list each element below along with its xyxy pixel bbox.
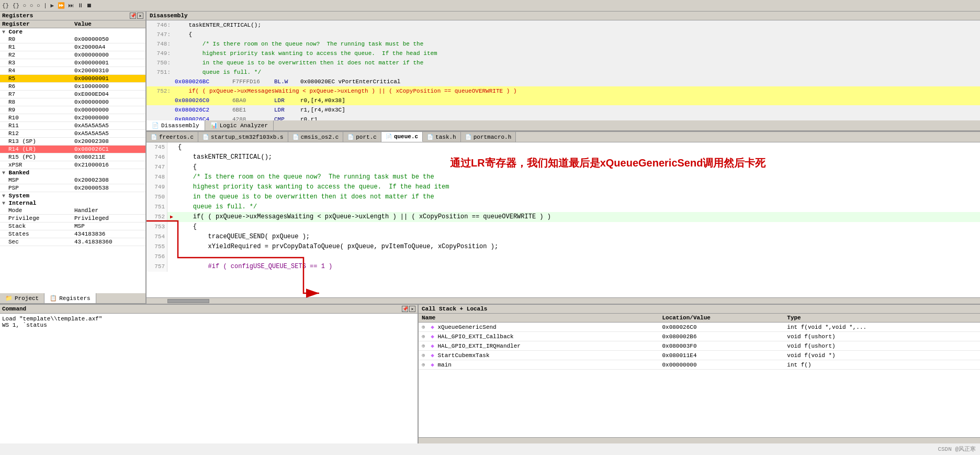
reg-value: 43.41838360 [72,238,145,246]
reg-group-banked[interactable]: ▼ Banked [0,169,145,177]
reg-row-r14-lr[interactable]: R14 (LR)0x080026C1 [0,146,145,153]
scrollbar-thumb[interactable] [167,299,209,303]
source-tab-startup_stm32f103xb-s[interactable]: 📄startup_stm32f103xb.s [198,132,288,142]
cmd-pin-icon[interactable]: 📌 [402,306,408,312]
reg-row-r1[interactable]: R10x20000A4 [0,43,145,51]
reg-row-r9[interactable]: R90x00000000 [0,106,145,114]
reg-group-core[interactable]: ▼ Core [0,28,145,36]
registers-tab-icon: 📋 [50,295,57,302]
reg-row-r3[interactable]: R30x00000001 [0,59,145,67]
reg-row-r4[interactable]: R40x20000310 [0,67,145,75]
file-icon: 📄 [292,134,299,140]
reg-group-system[interactable]: ▼ System [0,192,145,200]
reg-name: R0 [0,36,72,43]
reg-value: 0x10000000 [72,83,145,91]
src-linenum: 754 [147,232,167,242]
reg-name: Mode [0,207,72,215]
callstack-title: Call Stack + Locals [422,306,487,312]
reg-name: R2 [0,51,72,59]
reg-row-r13-sp[interactable]: R13 (SP)0x20002308 [0,138,145,146]
file-icon: 📄 [347,134,354,140]
disassembly-tab[interactable]: 📄 Disassembly [147,120,205,130]
reg-row-states[interactable]: States434183836 [0,230,145,238]
source-content[interactable]: 745 { 746 taskENTER_CRITICAL(); 747 { 74… [147,142,980,297]
src-linenum: 755 [147,242,167,252]
func-icon: ◆ [431,343,434,349]
registers-table: Register Value ▼ CoreR00x00000050R10x200… [0,20,145,293]
dis-addr: 0x080026C2 [175,105,232,115]
src-linenum: 752 [147,212,167,222]
reg-row-msp[interactable]: MSP0x20002308 [0,176,145,184]
reg-value: 0x20000A4 [72,43,145,51]
source-tab-task-h[interactable]: 📄task.h [423,132,461,142]
watermark: CSDN @风正寒 [938,445,976,453]
registers-close-icon[interactable]: ✕ [137,13,143,19]
disassembly-content[interactable]: 746: taskENTER_CRITICAL();747: {748: /* … [147,20,980,120]
reg-row-r6[interactable]: R60x10000000 [0,83,145,91]
reg-row-r2[interactable]: R20x00000000 [0,51,145,59]
cs-name: ⊕ ◆ xQueueGenericSend [419,323,659,332]
reg-name: Privilege [0,215,72,223]
dis-content: taskENTER_CRITICAL(); [175,20,261,30]
reg-name: R11 [0,122,72,130]
dis-line: 749: highest priority task wanting to ac… [147,49,980,58]
source-line: 748 /* Is there room on the queue now? T… [147,172,980,182]
src-code: queue is full. */ [176,202,980,212]
source-line: 753 { [147,222,980,232]
reg-row-r12[interactable]: R120xA5A5A5A5 [0,130,145,138]
callstack-row[interactable]: ⊕ ◆ StartCubemxTask 0x080011E4 void f(vo… [419,351,980,360]
reg-row-stack[interactable]: StackMSP [0,223,145,230]
dis-operand: r0,[r4,#0x38] [300,96,978,105]
reg-row-r10[interactable]: R100x20000000 [0,114,145,122]
reg-row-psp[interactable]: PSP0x20000538 [0,184,145,192]
source-tab-queue-c[interactable]: 📄queue.c [381,132,423,142]
cmd-close-icon[interactable]: ✕ [409,306,415,312]
cs-scrollbar[interactable] [419,437,980,443]
cs-location: 0x080011E4 [659,351,784,360]
dis-line: 747: { [147,30,980,39]
callstack-row[interactable]: ⊕ ◆ HAL_GPIO_EXTI_Callback 0x080002B6 vo… [419,332,980,341]
tab-label: startup_stm32f103xb.s [211,134,284,140]
reg-row-r5[interactable]: R50x00000001 [0,75,145,83]
func-icon: ◆ [431,334,434,340]
callstack-row[interactable]: ⊕ ◆ xQueueGenericSend 0x080026C0 int f(v… [419,323,980,332]
reg-value: 0x20002308 [72,176,145,184]
cs-location: 0x080002B6 [659,332,784,341]
src-code: if( ( pxQueue->uxMessagesWaiting < pxQue… [176,212,980,222]
logic-analyzer-tab[interactable]: 📊 Logic Analyzer [205,120,274,130]
reg-row-r7[interactable]: R70xE000ED04 [0,91,145,98]
disassembly-pane: Disassembly 746: taskENTER_CRITICAL();74… [147,12,980,132]
reg-group-internal[interactable]: ▼ Internal [0,199,145,207]
reg-row-r8[interactable]: R80x00000000 [0,98,145,106]
reg-row-privilege[interactable]: PrivilegePrivileged [0,215,145,223]
reg-row-xpsr[interactable]: xPSR0x21000016 [0,161,145,169]
func-icon: ◆ [431,362,434,368]
source-tab-freertos-c[interactable]: 📄freertos.c [147,132,198,142]
source-tab-port-c[interactable]: 📄port.c [343,132,381,142]
expand-icon: ⊕ [422,362,425,368]
reg-row-r15-pc[interactable]: R15 (PC)0x080211E [0,153,145,161]
src-linenum: 745 [147,142,167,152]
reg-row-r0[interactable]: R00x00000050 [0,36,145,43]
func-icon: ◆ [431,352,434,359]
callstack-row[interactable]: ⊕ ◆ HAL_GPIO_EXTI_IRQHandler 0x080003F0 … [419,341,980,351]
callstack-row[interactable]: ⊕ ◆ main 0x00000000 int f() [419,360,980,370]
source-tab-cmsis_os2-c[interactable]: 📄cmsis_os2.c [288,132,344,142]
cs-name: ⊕ ◆ main [419,360,659,370]
source-tab-portmacro-h[interactable]: 📄portmacro.h [461,132,516,142]
reg-row-mode[interactable]: ModeHandler [0,207,145,215]
reg-row-sec[interactable]: Sec43.41838360 [0,238,145,246]
project-tab[interactable]: 📁 Project [0,293,44,303]
cs-name: ⊕ ◆ HAL_GPIO_EXTI_Callback [419,332,659,341]
reg-row-r11[interactable]: R110xA5A5A5A5 [0,122,145,130]
source-pane: 📄freertos.c📄startup_stm32f103xb.s📄cmsis_… [147,132,980,304]
cmd-line: Load "template\\template.axf" [2,316,415,322]
dis-hex: 6BE1 [232,105,274,115]
source-scrollbar-h[interactable] [147,297,980,304]
reg-value: 0x20000000 [72,114,145,122]
tab-label: task.h [435,134,456,140]
registers-pin-icon[interactable]: 📌 [130,13,136,19]
registers-tab[interactable]: 📋 Registers [44,293,96,303]
reg-name: MSP [0,176,72,184]
reg-name: R8 [0,98,72,106]
